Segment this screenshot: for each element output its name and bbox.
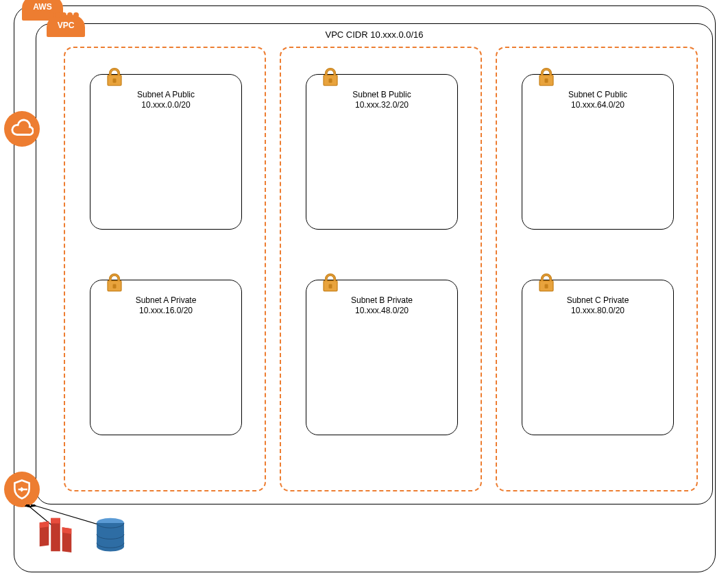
lock-icon [320,272,341,293]
subnet-label: Subnet B Private 10.xxx.48.0/20 [306,295,457,316]
vpc-cidr-label: VPC CIDR 10.xxx.0.0/16 [36,29,712,40]
subnet-cidr: 10.xxx.0.0/20 [141,100,190,110]
subnet-b-public: Subnet B Public 10.xxx.32.0/20 [306,74,458,230]
svg-rect-12 [51,518,60,524]
dynamodb-icon [90,514,130,559]
lock-icon [104,272,125,293]
subnet-b-private: Subnet B Private 10.xxx.48.0/20 [306,280,458,435]
subnet-name: Subnet C Private [567,295,629,305]
subnet-cidr: 10.xxx.48.0/20 [355,306,409,315]
subnet-label: Subnet C Private 10.xxx.80.0/20 [522,295,673,316]
shield-icon [11,478,33,500]
svg-rect-1 [113,284,117,289]
vpc-badge: VPC [47,15,85,37]
subnet-c-private: Subnet C Private 10.xxx.80.0/20 [522,280,674,435]
subnet-cidr: 10.xxx.16.0/20 [139,306,193,315]
subnet-label: Subnet A Public 10.xxx.0.0/20 [90,90,241,110]
subnet-cidr: 10.xxx.64.0/20 [571,100,624,110]
subnet-a-private: Subnet A Private 10.xxx.16.0/20 [90,280,242,435]
availability-zone-b: Subnet B Public 10.xxx.32.0/20 Subnet B … [280,47,482,491]
lock-icon [320,66,341,87]
subnet-name: Subnet C Public [568,90,627,99]
subnet-name: Subnet A Private [136,295,197,305]
subnet-label: Subnet A Private 10.xxx.16.0/20 [90,295,241,316]
svg-rect-3 [329,284,332,289]
svg-rect-2 [329,79,332,83]
subnet-name: Subnet A Public [137,90,195,99]
lock-icon [536,66,557,87]
subnet-name: Subnet B Private [351,295,413,305]
subnet-a-public: Subnet A Public 10.xxx.0.0/20 [90,74,242,230]
availability-zone-a: Subnet A Public 10.xxx.0.0/20 Subnet A P… [64,47,266,491]
svg-rect-4 [545,79,548,83]
svg-rect-5 [545,284,548,289]
subnet-cidr: 10.xxx.80.0/20 [571,306,624,315]
aws-services [34,514,130,559]
vpc-endpoint-icon [4,472,40,507]
lock-icon [104,66,125,87]
svg-rect-0 [113,79,117,83]
vpc-container: VPC CIDR 10.xxx.0.0/16 Subnet A Public 1… [36,23,713,504]
vpc-badge-label: VPC [58,21,75,30]
subnet-label: Subnet C Public 10.xxx.64.0/20 [522,90,673,110]
subnet-cidr: 10.xxx.32.0/20 [355,100,409,110]
subnet-name: Subnet B Public [352,90,411,99]
internet-gateway-icon [4,111,40,147]
cloud-icon [10,117,34,141]
redshift-icon [34,514,77,559]
aws-badge-label: AWS [33,2,51,12]
subnet-c-public: Subnet C Public 10.xxx.64.0/20 [522,74,674,230]
lock-icon [536,272,557,293]
subnet-label: Subnet B Public 10.xxx.32.0/20 [306,90,457,110]
availability-zone-c: Subnet C Public 10.xxx.64.0/20 Subnet C … [496,47,698,491]
